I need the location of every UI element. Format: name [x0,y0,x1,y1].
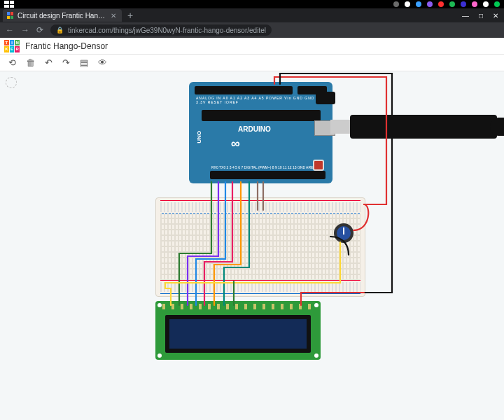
nav-back-icon[interactable]: ← [6,25,14,35]
tab-title: Circuit design Frantic Hango-De [18,12,106,20]
component-potentiometer[interactable] [334,223,354,243]
arduino-brand-label: ARDUINO [238,125,271,133]
tray-app-icon[interactable] [438,1,444,7]
arduino-reset-button[interactable] [313,160,324,171]
component-arduino-uno[interactable]: ANALOG IN A0 A1 A2 A3 A4 A5 POWER Vin GN… [189,82,332,183]
arduino-logo-icon: ∞ [231,136,240,151]
tray-app-icon[interactable] [483,1,489,7]
browser-tab-active[interactable]: Circuit design Frantic Hango-De ✕ [3,9,122,22]
delete-button[interactable]: 🗑 [26,57,35,68]
window-close-icon[interactable]: ✕ [493,12,498,20]
breadboard-rail-bottom[interactable] [160,282,360,292]
tray-app-icon[interactable] [449,1,455,7]
nav-reload-icon[interactable]: ⟳ [36,25,43,35]
lcd-screen [165,315,311,353]
tray-app-icon[interactable] [494,1,500,7]
start-button-icon[interactable] [4,1,14,8]
project-title[interactable]: Frantic Hango-Densor [25,41,108,51]
tray-app-icon[interactable] [461,1,466,7]
arduino-pin-labels-top: ANALOG IN A0 A1 A2 A3 A4 A5 POWER Vin GN… [196,96,332,104]
os-taskbar [0,0,504,8]
new-tab-button[interactable]: + [125,10,136,20]
circuit-canvas[interactable]: ANALOG IN A0 A1 A2 A3 A4 A5 POWER Vin GN… [0,71,504,420]
redo-button[interactable]: ↷ [62,57,70,68]
system-tray [393,1,500,7]
rotate-button[interactable]: ⟲ [8,57,16,68]
breadboard-terminal-strips[interactable] [160,214,360,281]
lcd-pin-header[interactable] [162,304,314,309]
tab-close-icon[interactable]: ✕ [111,12,116,20]
visibility-button[interactable]: 👁 [98,57,107,68]
arduino-model-label: UNO [196,131,202,144]
arduino-mcu-icon [202,110,321,121]
window-minimize-icon[interactable]: — [462,12,469,20]
window-controls: — □ ✕ [462,12,504,20]
tinkercad-favicon-icon [7,12,13,19]
lock-icon: 🔒 [56,27,64,34]
breadboard-rail-top[interactable] [160,202,360,212]
editor-toolbar: ⟲ 🗑 ↶ ↷ ▤ 👁 [0,55,504,71]
arduino-barrel-jack-icon [316,92,335,104]
arduino-header-analog[interactable] [195,86,293,94]
component-breadboard[interactable] [155,197,365,297]
zoom-to-fit-icon[interactable] [6,77,17,88]
component-usb-cable[interactable] [350,115,497,139]
undo-button[interactable]: ↶ [45,57,52,68]
tray-app-icon[interactable] [393,1,399,7]
component-lcd-16x2[interactable] [155,301,321,360]
annotations-button[interactable]: ▤ [80,57,88,68]
arduino-pin-labels-bottom: RX0 TX0 2 3 4 5 6 7 DIGITAL (PWM~) 8 9 1… [211,165,315,169]
url-text: tinkercad.com/things/jwGe39N0wyN-frantic… [68,27,266,34]
tinkercad-logo-icon[interactable]: TINKER [4,40,20,52]
browser-nav-bar: ← → ⟳ 🔒 tinkercad.com/things/jwGe39N0wyN… [0,22,504,38]
nav-forward-icon[interactable]: → [21,25,29,35]
browser-tab-strip: Circuit design Frantic Hango-De ✕ + — □ … [0,8,504,22]
tray-app-icon[interactable] [472,1,477,7]
window-maximize-icon[interactable]: □ [479,12,483,20]
arduino-header-digital[interactable] [210,171,326,179]
address-bar[interactable]: 🔒 tinkercad.com/things/jwGe39N0wyN-frant… [50,24,272,36]
tray-app-icon[interactable] [427,1,433,7]
tray-app-icon[interactable] [416,1,421,7]
app-header: TINKER Frantic Hango-Densor [0,38,504,55]
tray-app-icon[interactable] [405,1,410,7]
